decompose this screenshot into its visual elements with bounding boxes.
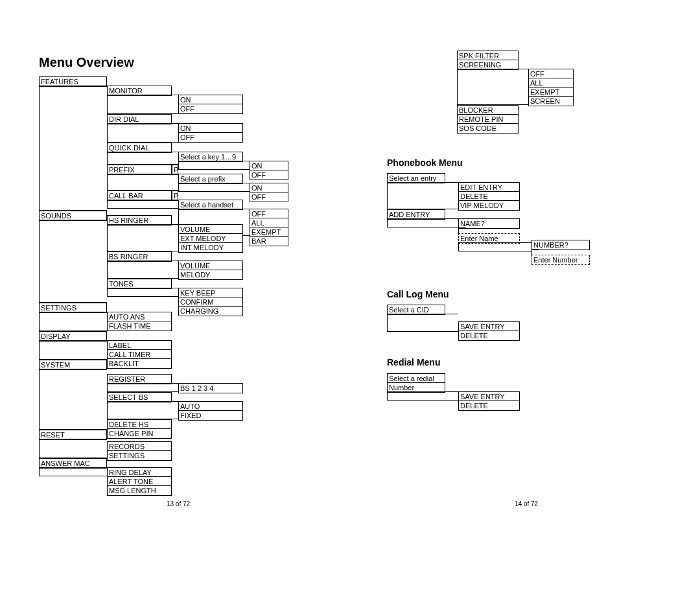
tree-stub: [107, 224, 178, 251]
tree-stub: [39, 86, 107, 211]
menu-change-pin: CHANGE PIN: [107, 428, 172, 439]
tree-stub: [39, 369, 107, 430]
menu-backlit: BACKLIT: [107, 358, 172, 369]
tree-stub: [39, 439, 107, 458]
calllog-delete: DELETE: [458, 331, 520, 341]
page-footer-left: 13 of 72: [39, 500, 318, 507]
page-footer-right: 14 of 72: [387, 500, 666, 507]
tree-stub: [387, 391, 458, 401]
phonebook-name-q: NAME?: [458, 218, 520, 229]
tree-stub: [107, 123, 178, 143]
register-bs1234: BS 1 2 3 4: [178, 383, 243, 393]
redial-delete: DELETE: [458, 401, 520, 411]
redial-heading: Redial Menu: [387, 356, 440, 368]
tree-stub: [107, 200, 178, 209]
tree-stub: [107, 152, 178, 165]
dirdial-off: OFF: [178, 132, 243, 143]
tree-stub: [387, 218, 458, 227]
prefix-off: OFF: [250, 192, 288, 202]
tree-stub: [178, 183, 250, 192]
phonebook-heading: Phonebook Menu: [387, 157, 463, 168]
tree-stub: [107, 95, 178, 114]
tree-stub: [107, 174, 178, 191]
tree-stub: [107, 383, 178, 392]
quickdial-off: OFF: [250, 170, 288, 180]
tree-stub: [39, 312, 107, 331]
selectbs-fixed: FIXED: [178, 410, 243, 421]
tree-stub: [387, 182, 458, 209]
tree-stub: [39, 340, 107, 360]
menu-msg-length: MSG LENGTH: [107, 485, 172, 496]
screening-screen: SCREEN: [528, 96, 574, 106]
tree-stub: [387, 314, 458, 332]
hsringer-int-melody: INT MELODY: [178, 242, 243, 253]
phonebook-vip-melody: VIP MELODY: [458, 200, 520, 211]
menu-flash-time: FLASH TIME: [107, 321, 172, 331]
sos-code: SOS CODE: [457, 123, 519, 134]
bsringer-melody: MELODY: [178, 270, 243, 280]
page-title: Menu Overview: [39, 54, 134, 70]
monitor-off: OFF: [178, 104, 243, 114]
tree-stub: [39, 467, 107, 476]
calllog-heading: Call Log Menu: [387, 288, 449, 300]
document-page: Menu Overview FEATURES SOUNDS SETTINGS D…: [0, 0, 700, 604]
phonebook-number-q: NUMBER?: [531, 240, 590, 250]
tree-stub: [107, 261, 178, 279]
tree-stub: [457, 69, 528, 105]
tree-stub: [178, 161, 250, 170]
menu-settings-reset: SETTINGS: [107, 450, 172, 461]
tree-stub: [39, 220, 107, 303]
tree-stub: [107, 288, 178, 297]
redial-select-line1: Select a redial: [387, 373, 445, 383]
tones-charging: CHARGING: [178, 306, 243, 316]
tree-stub: [107, 401, 178, 419]
tree-stub: [458, 242, 531, 251]
phonebook-enter-number: Enter Number: [531, 255, 590, 265]
callbar-bar: BAR: [250, 236, 288, 246]
